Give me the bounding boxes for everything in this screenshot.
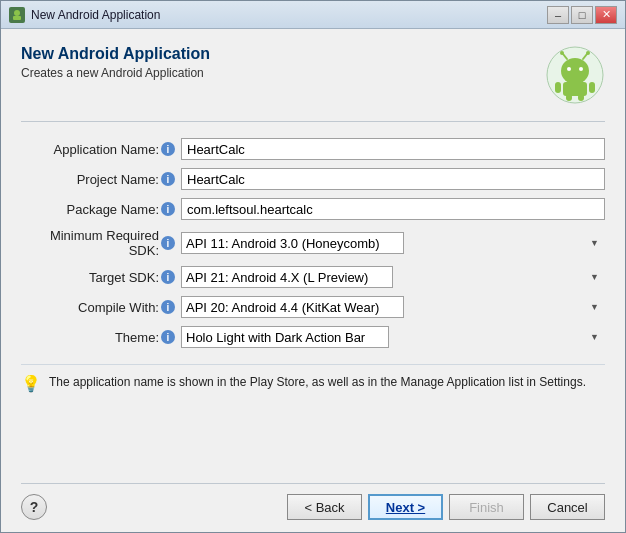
package-name-label: Package Name: i [21, 202, 181, 217]
title-bar: New Android Application – □ ✕ [1, 1, 625, 29]
theme-select-wrapper: Holo Light with Dark Action Bar [181, 326, 605, 348]
package-name-row: Package Name: i [21, 198, 605, 220]
svg-point-3 [561, 58, 589, 84]
svg-rect-1 [13, 16, 21, 20]
target-sdk-row: Target SDK: i API 21: Android 4.X (L Pre… [21, 266, 605, 288]
header-text: New Android Application Creates a new An… [21, 45, 210, 80]
footer-buttons: < Back Next > Finish Cancel [287, 494, 605, 520]
application-name-label: Application Name: i [21, 142, 181, 157]
project-name-info-icon[interactable]: i [161, 172, 175, 186]
android-logo [545, 45, 605, 105]
title-bar-controls: – □ ✕ [547, 6, 617, 24]
package-name-info-icon[interactable]: i [161, 202, 175, 216]
compile-with-row: Compile With: i API 20: Android 4.4 (Kit… [21, 296, 605, 318]
info-message: The application name is shown in the Pla… [49, 373, 586, 391]
page-subtitle: Creates a new Android Application [21, 66, 210, 80]
theme-row: Theme: i Holo Light with Dark Action Bar [21, 326, 605, 348]
minimum-sdk-select-wrapper: API 11: Android 3.0 (Honeycomb) [181, 232, 605, 254]
back-button[interactable]: < Back [287, 494, 362, 520]
svg-point-0 [14, 10, 20, 16]
compile-with-label: Compile With: i [21, 300, 181, 315]
application-name-info-icon[interactable]: i [161, 142, 175, 156]
theme-info-icon[interactable]: i [161, 330, 175, 344]
next-button[interactable]: Next > [368, 494, 443, 520]
svg-rect-12 [589, 82, 595, 93]
page-header: New Android Application Creates a new An… [21, 45, 605, 105]
window-icon [9, 7, 25, 23]
project-name-label: Project Name: i [21, 172, 181, 187]
minimum-sdk-select[interactable]: API 11: Android 3.0 (Honeycomb) [181, 232, 404, 254]
svg-point-9 [579, 67, 583, 71]
minimum-sdk-label: Minimum Required SDK: i [21, 228, 181, 258]
application-name-row: Application Name: i [21, 138, 605, 160]
target-sdk-info-icon[interactable]: i [161, 270, 175, 284]
footer-left: ? [21, 494, 47, 520]
svg-rect-11 [555, 82, 561, 93]
finish-button[interactable]: Finish [449, 494, 524, 520]
package-name-input[interactable] [181, 198, 605, 220]
help-button[interactable]: ? [21, 494, 47, 520]
compile-with-select[interactable]: API 20: Android 4.4 (KitKat Wear) [181, 296, 404, 318]
info-section: 💡 The application name is shown in the P… [21, 364, 605, 401]
form-area: Application Name: i Project Name: i Pack… [21, 138, 605, 348]
compile-with-info-icon[interactable]: i [161, 300, 175, 314]
info-bulb-icon: 💡 [21, 374, 41, 393]
target-sdk-select-wrapper: API 21: Android 4.X (L Preview) [181, 266, 605, 288]
theme-label: Theme: i [21, 330, 181, 345]
footer: ? < Back Next > Finish Cancel [21, 483, 605, 520]
main-content: New Android Application Creates a new An… [1, 29, 625, 532]
svg-rect-13 [566, 94, 572, 101]
svg-rect-14 [578, 94, 584, 101]
svg-point-8 [567, 67, 571, 71]
cancel-button[interactable]: Cancel [530, 494, 605, 520]
minimize-button[interactable]: – [547, 6, 569, 24]
minimum-sdk-info-icon[interactable]: i [161, 236, 175, 250]
page-title: New Android Application [21, 45, 210, 63]
theme-select[interactable]: Holo Light with Dark Action Bar [181, 326, 389, 348]
maximize-button[interactable]: □ [571, 6, 593, 24]
header-divider [21, 121, 605, 122]
compile-with-select-wrapper: API 20: Android 4.4 (KitKat Wear) [181, 296, 605, 318]
svg-rect-10 [563, 82, 587, 96]
target-sdk-label: Target SDK: i [21, 270, 181, 285]
close-button[interactable]: ✕ [595, 6, 617, 24]
svg-point-7 [586, 51, 590, 55]
minimum-sdk-row: Minimum Required SDK: i API 11: Android … [21, 228, 605, 258]
project-name-input[interactable] [181, 168, 605, 190]
svg-point-5 [560, 51, 564, 55]
title-bar-text: New Android Application [31, 8, 547, 22]
application-name-input[interactable] [181, 138, 605, 160]
project-name-row: Project Name: i [21, 168, 605, 190]
main-window: New Android Application – □ ✕ New Androi… [0, 0, 626, 533]
target-sdk-select[interactable]: API 21: Android 4.X (L Preview) [181, 266, 393, 288]
